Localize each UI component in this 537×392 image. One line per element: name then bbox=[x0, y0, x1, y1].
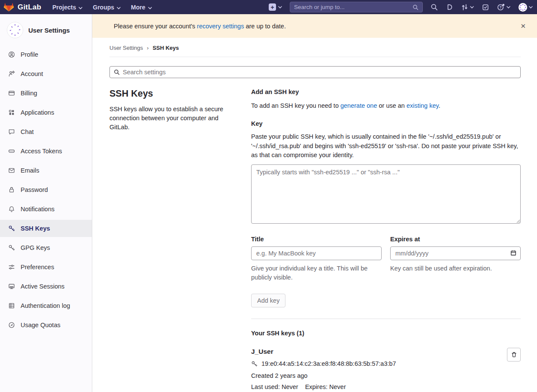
log-icon bbox=[8, 302, 15, 309]
sidebar-item-label: Emails bbox=[21, 167, 39, 174]
sidebar-item-label: Applications bbox=[21, 109, 54, 116]
recovery-settings-alert: Please ensure your account's recovery se… bbox=[92, 14, 537, 38]
generate-one-link[interactable]: generate one bbox=[340, 102, 377, 109]
sidebar-item-label: GPG Keys bbox=[21, 244, 50, 251]
sidebar-item-label: Password bbox=[21, 186, 48, 193]
sidebar-item-label: Account bbox=[21, 70, 43, 77]
key-expires: Expires: Never bbox=[305, 383, 346, 390]
account-icon bbox=[8, 70, 15, 77]
key-help-text: Paste your public SSH key, which is usua… bbox=[251, 132, 521, 160]
add-key-button[interactable]: Add key bbox=[251, 294, 285, 307]
search-icon bbox=[413, 4, 419, 10]
key-icon bbox=[8, 244, 15, 251]
help-icon: ? bbox=[497, 3, 505, 11]
sidebar-item-label: Profile bbox=[21, 51, 38, 58]
brand-name: GitLab bbox=[18, 3, 41, 12]
nav-menu-groups[interactable]: Groups bbox=[93, 4, 121, 11]
sidebar-item-password[interactable]: Password bbox=[0, 181, 92, 198]
sidebar-item-chat[interactable]: Chat bbox=[0, 123, 92, 140]
breadcrumb: User Settings › SSH Keys bbox=[109, 38, 521, 51]
chevron-down-icon bbox=[278, 6, 282, 9]
expires-label: Expires at bbox=[390, 236, 521, 243]
sidebar-item-access-tokens[interactable]: Access Tokens bbox=[0, 143, 92, 160]
gitlab-home-link[interactable]: GitLab bbox=[3, 2, 41, 12]
divider bbox=[251, 319, 521, 319]
nav-menu-more[interactable]: More bbox=[131, 4, 152, 11]
sidebar-item-preferences[interactable]: Preferences bbox=[0, 258, 92, 276]
existing-key-link[interactable]: existing key bbox=[407, 102, 439, 109]
lock-icon bbox=[8, 186, 15, 193]
alert-text: Please ensure your account's recovery se… bbox=[114, 23, 286, 30]
sidebar-item-label: Authentication log bbox=[21, 302, 70, 309]
sidebar-item-label: Usage Quotas bbox=[21, 322, 61, 328]
sidebar-title: User Settings bbox=[28, 27, 70, 34]
breadcrumb-user-settings[interactable]: User Settings bbox=[109, 45, 143, 51]
your-ssh-keys-heading: Your SSH keys (1) bbox=[251, 330, 521, 337]
add-key-intro: To add an SSH key you need to generate o… bbox=[251, 101, 521, 111]
breadcrumb-ssh-keys: SSH Keys bbox=[152, 45, 179, 51]
breadcrumb-separator-icon: › bbox=[147, 45, 149, 51]
issues-button[interactable] bbox=[446, 3, 453, 11]
top-navbar: GitLab Projects Groups More + bbox=[0, 0, 537, 14]
sidebar-item-authentication-log[interactable]: Authentication log bbox=[0, 297, 92, 314]
key-fingerprint: 19:e0:44:a5:14:c2:3a:e8:f8:48:8b:63:5b:5… bbox=[261, 360, 396, 367]
title-help-text: Give your individual key a title. This w… bbox=[251, 264, 382, 282]
expires-date-input[interactable] bbox=[390, 246, 521, 260]
chevron-down-icon bbox=[148, 4, 152, 11]
recovery-settings-link[interactable]: recovery settings bbox=[197, 23, 244, 30]
main-area: Please ensure your account's recovery se… bbox=[92, 14, 537, 392]
sidebar-item-account[interactable]: Account bbox=[0, 65, 92, 82]
title-label: Title bbox=[251, 236, 382, 243]
todos-icon bbox=[482, 4, 489, 11]
token-icon bbox=[8, 148, 15, 155]
search-button[interactable] bbox=[431, 3, 438, 11]
help-button[interactable]: ? bbox=[497, 3, 510, 11]
divider bbox=[109, 57, 521, 57]
page-description: SSH keys allow you to establish a secure… bbox=[109, 105, 234, 132]
applications-icon bbox=[8, 109, 15, 116]
add-key-heading: Add an SSH key bbox=[251, 88, 521, 95]
page-title: SSH Keys bbox=[109, 88, 234, 99]
close-icon[interactable]: ✕ bbox=[517, 21, 529, 32]
chevron-down-icon bbox=[470, 6, 474, 9]
search-icon bbox=[114, 69, 120, 75]
user-menu-button[interactable] bbox=[519, 3, 533, 12]
profile-icon bbox=[8, 51, 15, 58]
chevron-down-icon bbox=[507, 6, 510, 9]
merge-requests-button[interactable] bbox=[461, 3, 474, 11]
ssh-key-textarea[interactable] bbox=[251, 164, 521, 224]
plus-menu-icon: + bbox=[269, 3, 276, 11]
sidebar-item-usage-quotas[interactable]: Usage Quotas bbox=[0, 316, 92, 334]
sidebar-item-label: SSH Keys bbox=[21, 225, 50, 232]
nav-menu-projects[interactable]: Projects bbox=[52, 4, 82, 11]
ssh-key-list-item: J_User 19:e0:44:a5:14:c2:3a:e8:f8:48:8b:… bbox=[251, 348, 521, 390]
sidebar-item-gpg-keys[interactable]: GPG Keys bbox=[0, 239, 92, 256]
settings-search-input[interactable] bbox=[123, 69, 516, 76]
key-last-used: Last used: Never bbox=[251, 383, 298, 390]
delete-key-button[interactable] bbox=[507, 348, 521, 362]
key-created: Created 2 years ago bbox=[251, 372, 507, 379]
chevron-down-icon bbox=[529, 6, 533, 9]
avatar bbox=[7, 22, 23, 38]
sidebar-item-billing[interactable]: Billing bbox=[0, 85, 92, 102]
trash-icon bbox=[511, 351, 517, 358]
sidebar-item-label: Notifications bbox=[21, 206, 55, 213]
sidebar-item-ssh-keys[interactable]: SSH Keys bbox=[0, 220, 92, 237]
sidebar-item-label: Billing bbox=[21, 90, 37, 97]
settings-search-box[interactable] bbox=[109, 66, 521, 78]
email-icon bbox=[8, 167, 15, 174]
chevron-down-icon bbox=[117, 4, 121, 11]
bell-icon bbox=[8, 206, 15, 213]
global-search-input[interactable] bbox=[294, 4, 409, 10]
new-menu-button[interactable]: + bbox=[269, 3, 282, 11]
sidebar-item-applications[interactable]: Applications bbox=[0, 104, 92, 121]
sidebar-item-active-sessions[interactable]: Active Sessions bbox=[0, 278, 92, 295]
sidebar-item-profile[interactable]: Profile bbox=[0, 46, 92, 63]
global-search-box[interactable] bbox=[290, 2, 423, 12]
key-title-input[interactable] bbox=[251, 246, 382, 260]
key-icon bbox=[251, 361, 258, 367]
sidebar-item-notifications[interactable]: Notifications bbox=[0, 201, 92, 218]
sidebar-item-emails[interactable]: Emails bbox=[0, 162, 92, 179]
todos-button[interactable] bbox=[482, 4, 489, 11]
sidebar-item-label: Access Tokens bbox=[21, 148, 62, 155]
